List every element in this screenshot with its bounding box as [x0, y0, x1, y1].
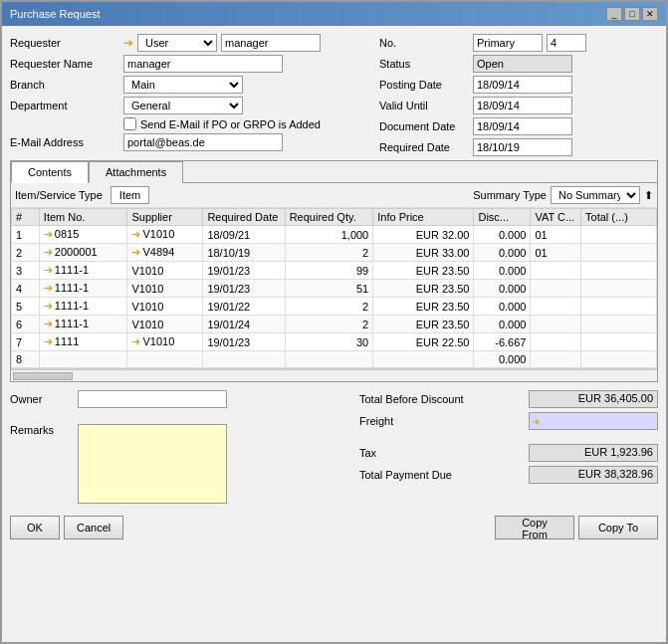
cell-reqqty: 2 [285, 316, 373, 333]
no-type-input[interactable] [473, 34, 543, 52]
required-date-label: Required Date [379, 141, 469, 153]
table-row[interactable]: 1 ➔0815 ➔V1010 18/09/21 1,000 EUR 32.00 … [12, 226, 657, 244]
valid-until-input[interactable] [473, 97, 572, 114]
owner-input[interactable] [78, 390, 227, 408]
cell-supplier [127, 351, 203, 368]
cell-itemno: ➔1111-1 [39, 262, 127, 280]
tab-attachments[interactable]: Attachments [89, 161, 183, 183]
total-payment-due-label: Total Payment Due [359, 469, 452, 481]
document-date-label: Document Date [379, 120, 469, 132]
expand-icon[interactable]: ⬆ [644, 189, 653, 202]
cell-supplier: ➔V1010 [127, 226, 203, 244]
summary-type-select[interactable]: No Summary [551, 186, 640, 204]
horizontal-scrollbar[interactable] [11, 369, 657, 381]
posting-date-row: Posting Date [379, 76, 658, 94]
table-row[interactable]: 4 ➔1111-1 V1010 19/01/23 51 EUR 23.50 0.… [12, 280, 657, 298]
table-row[interactable]: 2 ➔2000001 ➔V4894 18/10/19 2 EUR 33.00 0… [12, 244, 657, 262]
tab-contents[interactable]: Contents [11, 161, 89, 183]
document-date-input[interactable] [473, 117, 572, 135]
btn-right: Copy From Copy To [495, 516, 658, 539]
window-controls: _ □ ✕ [606, 7, 658, 21]
item-type-button[interactable]: Item [111, 186, 149, 204]
cell-total [581, 244, 657, 262]
minimize-button[interactable]: _ [606, 7, 622, 21]
table-scroll[interactable]: # Item No. Supplier Required Date Requir… [11, 208, 657, 369]
col-header-reqqty: Required Qty. [285, 209, 373, 226]
cell-infoprice: EUR 23.50 [373, 298, 474, 316]
close-button[interactable]: ✕ [642, 7, 658, 21]
cell-total [581, 351, 657, 368]
cell-num: 8 [12, 351, 40, 368]
table-row[interactable]: 6 ➔1111-1 V1010 19/01/24 2 EUR 23.50 0.0… [12, 316, 657, 333]
table-row[interactable]: 8 0.000 [12, 351, 657, 368]
cell-itemno: ➔1111-1 [39, 316, 127, 333]
posting-date-label: Posting Date [379, 79, 469, 91]
branch-label: Branch [10, 79, 119, 91]
cell-reqqty: 1,000 [285, 226, 373, 244]
cell-itemno: ➔1111-1 [39, 280, 127, 298]
table-row[interactable]: 7 ➔1111 ➔V1010 19/01/23 30 EUR 22.50 -6.… [12, 333, 657, 351]
cell-total [581, 226, 657, 244]
window-title: Purchase Request [10, 8, 101, 20]
total-payment-due-value: EUR 38,328.96 [529, 466, 658, 484]
purchase-request-window: Purchase Request _ □ ✕ Requester ➔ User [0, 0, 668, 644]
cell-itemno: ➔1111 [39, 333, 127, 351]
copy-to-button[interactable]: Copy To [578, 516, 658, 539]
main-content: Requester ➔ User Requester Name Branch M… [2, 26, 666, 642]
cell-disc: 0.000 [474, 280, 531, 298]
cell-supplier: V1010 [127, 316, 203, 333]
email-label: E-Mail Address [10, 136, 119, 148]
cell-reqdate: 19/01/23 [203, 333, 285, 351]
cancel-button[interactable]: Cancel [64, 516, 123, 539]
title-bar: Purchase Request _ □ ✕ [2, 2, 666, 26]
send-email-checkbox[interactable] [123, 117, 136, 130]
col-header-itemno: Item No. [39, 209, 127, 226]
requester-type-select[interactable]: User [137, 34, 217, 52]
maximize-button[interactable]: □ [624, 7, 640, 21]
remarks-textarea[interactable] [78, 424, 227, 504]
requester-name-field[interactable] [123, 55, 283, 73]
requester-name-label: Requester Name [10, 58, 119, 70]
cell-num: 5 [12, 298, 40, 316]
no-row: No. [379, 34, 658, 52]
cell-reqdate: 19/01/24 [203, 316, 285, 333]
cell-total [581, 333, 657, 351]
posting-date-input[interactable] [473, 76, 572, 94]
freight-input[interactable]: ➔ [529, 412, 658, 430]
required-date-input[interactable] [473, 138, 572, 156]
freight-value-input[interactable] [542, 412, 641, 430]
cell-itemno [39, 351, 127, 368]
cell-vatc: 01 [531, 244, 581, 262]
cell-num: 7 [12, 333, 40, 351]
tax-label: Tax [359, 447, 376, 459]
cell-num: 2 [12, 244, 40, 262]
copy-from-button[interactable]: Copy From [495, 516, 574, 539]
cell-reqdate: 19/01/23 [203, 262, 285, 280]
col-header-total: Total (...) [581, 209, 657, 226]
cell-total [581, 262, 657, 280]
cell-num: 3 [12, 262, 40, 280]
cell-reqdate: 18/10/19 [203, 244, 285, 262]
col-header-vatc: VAT C... [531, 209, 581, 226]
cell-reqqty: 51 [285, 280, 373, 298]
no-value-input[interactable] [547, 34, 586, 52]
bottom-section: Owner Remarks Total Before Discount EUR … [10, 386, 658, 508]
cell-num: 4 [12, 280, 40, 298]
cell-infoprice: EUR 23.50 [373, 280, 474, 298]
no-label: No. [379, 37, 469, 49]
branch-select[interactable]: Main [123, 76, 243, 94]
cell-itemno: ➔1111-1 [39, 298, 127, 316]
ok-button[interactable]: OK [10, 516, 60, 539]
department-select[interactable]: General [123, 97, 243, 114]
table-row[interactable]: 3 ➔1111-1 V1010 19/01/23 99 EUR 23.50 0.… [12, 262, 657, 280]
cell-vatc [531, 316, 581, 333]
cell-supplier: V1010 [127, 262, 203, 280]
cell-vatc [531, 280, 581, 298]
requester-name-input[interactable] [221, 34, 321, 52]
requester-row: Requester ➔ User [10, 34, 359, 52]
freight-label: Freight [359, 415, 393, 427]
email-input[interactable] [123, 133, 283, 151]
freight-row: Freight ➔ [359, 412, 658, 430]
table-row[interactable]: 5 ➔1111-1 V1010 19/01/22 2 EUR 23.50 0.0… [12, 298, 657, 316]
cell-vatc [531, 351, 581, 368]
